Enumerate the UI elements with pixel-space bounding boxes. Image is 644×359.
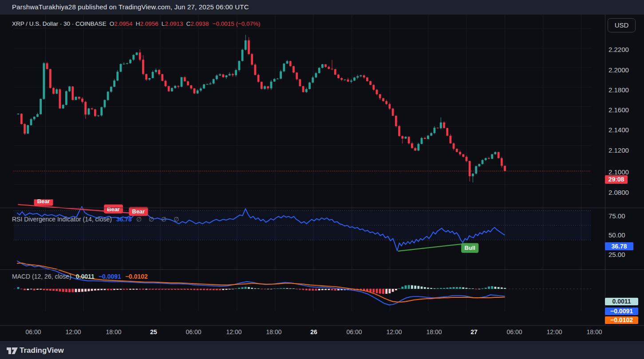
candle-body <box>501 158 503 166</box>
macd-histogram-bar <box>456 287 458 289</box>
candle-body <box>30 119 32 125</box>
candle-body <box>328 67 330 69</box>
pane-separator[interactable] <box>0 208 644 208</box>
candle-body <box>324 64 327 67</box>
macd-legend[interactable]: MACD (12, 26, close)0.0011−0.0091−0.0102 <box>12 273 148 280</box>
symbol-title: XRP / U.S. Dollar · 30 · COINBASE <box>12 20 107 27</box>
candle-body <box>197 91 199 94</box>
macd-histogram-bar <box>30 289 32 289</box>
macd-histogram-bar <box>40 289 42 290</box>
candle-body <box>78 97 80 99</box>
rsi-legend-nulls: ∅ ∅ ∅ ∅ <box>136 216 182 223</box>
candle-body <box>43 63 45 99</box>
macd-histogram-bar <box>123 289 125 290</box>
candle-body <box>350 81 352 82</box>
candle-body <box>213 79 215 83</box>
macd-histogram-bar <box>171 289 173 290</box>
macd-legend-title: MACD (12, 26, close) <box>12 273 71 280</box>
macd-histogram-bar <box>245 287 247 288</box>
ohlc-value: 2.0938 <box>190 20 209 27</box>
candle-body <box>411 143 413 148</box>
candle-body <box>353 78 356 81</box>
macd-histogram-bar <box>430 288 432 289</box>
candle-body <box>376 90 378 94</box>
axis-label: 25.00 <box>608 251 625 258</box>
macd-histogram-bar <box>62 289 64 292</box>
macd-histogram-bar <box>478 289 480 289</box>
macd-histogram-bar <box>132 289 134 290</box>
macd-histogram-bar <box>229 289 231 289</box>
symbol-legend[interactable]: XRP / U.S. Dollar · 30 · COINBASEO2.0954… <box>12 20 261 27</box>
macd-histogram-bar <box>328 289 330 290</box>
macd-histogram-bar <box>68 289 71 292</box>
ohlc-value: 2.0954 <box>114 20 132 27</box>
ohlc-label: H <box>136 20 140 27</box>
axis-label: 75.00 <box>608 212 625 220</box>
macd-histogram-bar <box>161 289 163 290</box>
tradingview-logo-icon[interactable] <box>6 347 18 355</box>
macd-histogram-bar <box>286 288 288 289</box>
candle-body <box>318 68 320 73</box>
candle-body <box>132 55 134 60</box>
candle-body <box>113 80 115 87</box>
rsi-legend-title: RSI Divergence Indicator (14, close) <box>12 216 112 223</box>
candle-body <box>100 107 103 116</box>
candle-body <box>337 75 340 78</box>
macd-histogram-bar <box>203 289 205 290</box>
tradingview-brand[interactable]: TradingView <box>20 346 64 355</box>
currency-button[interactable]: USD <box>608 18 636 32</box>
macd-histogram-bar <box>280 288 282 289</box>
candle-body <box>283 63 285 71</box>
time-axis-label: 18:00 <box>106 328 121 335</box>
candle-body <box>251 54 253 65</box>
candle-body <box>152 72 154 78</box>
macd-histogram-bar <box>136 289 138 290</box>
macd-histogram-bar <box>389 289 391 293</box>
macd-histogram-bar <box>446 288 448 289</box>
macd-histogram-bar <box>482 288 484 289</box>
candle-body <box>363 75 365 78</box>
macd-histogram-bar <box>155 289 157 290</box>
macd-histogram-bar <box>440 288 442 289</box>
candle-body <box>123 64 125 64</box>
macd-histogram-bar <box>267 289 269 289</box>
candle-body <box>71 87 74 100</box>
candle-body <box>440 122 442 128</box>
macd-histogram-bar <box>91 289 93 291</box>
macd-line-value: −0.0091 <box>99 273 121 280</box>
macd-histogram-bar <box>283 288 285 289</box>
rsi-value-badge: 36.78 <box>605 242 633 250</box>
macd-histogram-bar <box>302 289 304 290</box>
candle-body <box>20 114 23 124</box>
candle-body <box>225 75 228 77</box>
macd-histogram-bar <box>142 289 144 290</box>
macd-histogram-bar <box>71 289 74 292</box>
macd-histogram-bar <box>501 288 503 289</box>
candle-body <box>40 99 42 114</box>
macd-histogram-bar <box>17 287 20 289</box>
candle-body <box>446 128 448 136</box>
rsi-legend[interactable]: RSI Divergence Indicator (14, close)36.7… <box>12 216 182 223</box>
macd-histogram-bar <box>498 287 500 289</box>
macd-histogram-bar <box>385 289 387 294</box>
candle-body <box>84 102 87 114</box>
rsi-legend-value: 36.78 <box>116 216 132 223</box>
candle-body <box>142 59 144 74</box>
macd-histogram-bar <box>331 289 333 290</box>
candle-body <box>360 75 362 76</box>
macd-histogram-bar <box>433 288 435 289</box>
candle-body <box>482 160 484 164</box>
macd-histogram-bar <box>277 288 279 289</box>
candle-body <box>27 125 29 134</box>
candle-body <box>139 52 141 59</box>
candle-body <box>222 75 224 77</box>
candle-body <box>302 86 304 92</box>
candle-body <box>97 115 99 116</box>
candle-body <box>206 84 208 85</box>
macd-histogram-bar <box>488 287 490 289</box>
candle-body <box>203 84 205 88</box>
candle-body <box>81 99 83 102</box>
candle-body <box>485 158 487 160</box>
candle-body <box>392 109 394 116</box>
pane-separator[interactable] <box>0 269 644 270</box>
